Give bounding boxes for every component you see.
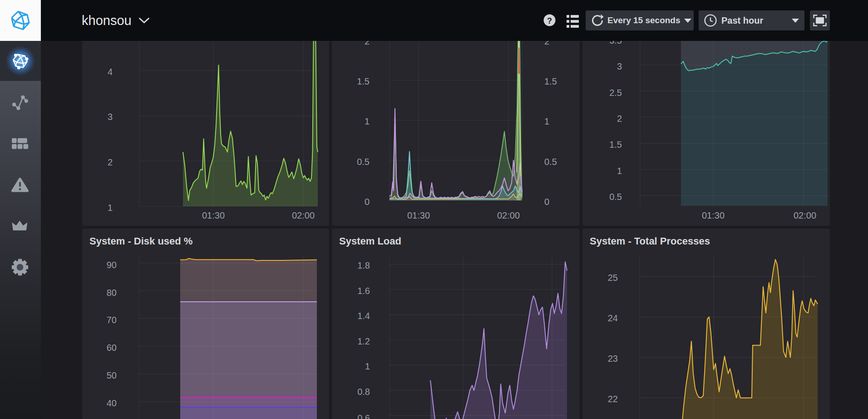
svg-text:1: 1 bbox=[365, 361, 370, 371]
svg-text:0.6: 0.6 bbox=[357, 413, 370, 419]
svg-text:02:00: 02:00 bbox=[794, 210, 816, 220]
svg-text:1.5: 1.5 bbox=[357, 76, 370, 86]
svg-text:System Load: System Load bbox=[339, 235, 401, 247]
svg-text:01:30: 01:30 bbox=[202, 210, 225, 220]
svg-text:1.5: 1.5 bbox=[544, 76, 557, 86]
svg-text:4: 4 bbox=[108, 67, 113, 77]
svg-text:90: 90 bbox=[107, 260, 117, 270]
svg-text:1: 1 bbox=[108, 203, 113, 213]
svg-text:0.5: 0.5 bbox=[357, 157, 370, 167]
svg-text:0: 0 bbox=[544, 197, 549, 207]
svg-text:01:30: 01:30 bbox=[407, 210, 430, 220]
svg-text:50: 50 bbox=[107, 370, 117, 380]
svg-text:2: 2 bbox=[617, 114, 622, 124]
svg-text:1: 1 bbox=[544, 116, 549, 126]
svg-text:1.2: 1.2 bbox=[357, 336, 370, 346]
svg-text:02:00: 02:00 bbox=[497, 210, 520, 220]
svg-text:1: 1 bbox=[617, 166, 622, 176]
svg-text:2: 2 bbox=[108, 157, 113, 167]
svg-text:?: ? bbox=[547, 16, 552, 25]
svg-text:System - Total Processes: System - Total Processes bbox=[590, 235, 710, 247]
svg-text:23: 23 bbox=[608, 354, 618, 364]
svg-text:3: 3 bbox=[108, 112, 113, 122]
svg-text:70: 70 bbox=[107, 315, 117, 325]
svg-text:System - Disk used %: System - Disk used % bbox=[89, 235, 192, 247]
svg-text:02:00: 02:00 bbox=[292, 210, 315, 220]
svg-text:1: 1 bbox=[365, 116, 370, 126]
svg-text:3: 3 bbox=[617, 61, 622, 71]
svg-text:60: 60 bbox=[107, 343, 117, 353]
svg-text:22: 22 bbox=[608, 394, 618, 404]
svg-text:1.5: 1.5 bbox=[609, 140, 622, 150]
svg-text:1.8: 1.8 bbox=[357, 260, 370, 270]
svg-text:24: 24 bbox=[608, 313, 618, 323]
svg-text:40: 40 bbox=[107, 398, 117, 408]
svg-text:0.8: 0.8 bbox=[357, 387, 370, 397]
svg-text:2.5: 2.5 bbox=[609, 88, 622, 98]
svg-text:25: 25 bbox=[608, 273, 618, 283]
svg-text:01:30: 01:30 bbox=[702, 210, 725, 220]
svg-text:80: 80 bbox=[107, 288, 117, 298]
svg-text:0.5: 0.5 bbox=[544, 157, 557, 167]
svg-text:0: 0 bbox=[365, 197, 370, 207]
svg-text:0.5: 0.5 bbox=[609, 192, 622, 202]
svg-text:1.6: 1.6 bbox=[357, 286, 370, 296]
svg-text:1.4: 1.4 bbox=[357, 311, 370, 321]
